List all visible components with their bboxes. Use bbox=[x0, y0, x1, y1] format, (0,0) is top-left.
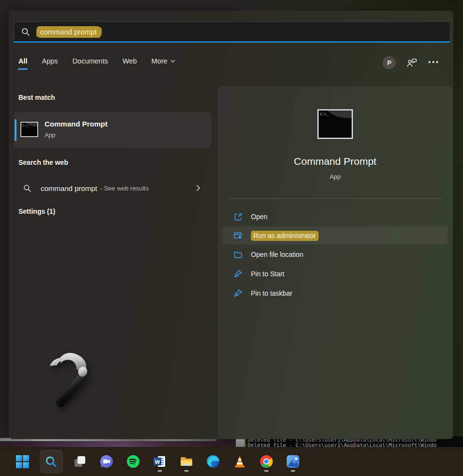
best-match-result[interactable]: C:\_ Command Prompt App bbox=[14, 112, 211, 148]
preview-subtitle: App bbox=[218, 173, 452, 180]
action-open[interactable]: Open bbox=[218, 207, 452, 226]
pin-icon bbox=[233, 270, 243, 279]
command-prompt-icon: C:\_ bbox=[20, 122, 38, 137]
chrome-icon bbox=[259, 454, 274, 469]
vlc-button[interactable] bbox=[230, 450, 249, 473]
web-result-query: command prompt bbox=[41, 184, 97, 192]
chat-icon bbox=[99, 454, 114, 469]
search-input[interactable]: command prompt bbox=[14, 21, 450, 42]
running-indicator bbox=[157, 470, 162, 472]
action-run-as-administrator[interactable]: Run as administrator bbox=[223, 226, 448, 245]
edge-icon bbox=[206, 454, 220, 469]
action-label: Open bbox=[251, 213, 267, 221]
task-view-button[interactable] bbox=[70, 450, 90, 473]
feedback-icon[interactable] bbox=[406, 58, 417, 68]
search-query-text: command prompt bbox=[36, 26, 102, 38]
search-icon bbox=[45, 455, 58, 468]
chrome-button[interactable] bbox=[257, 450, 276, 473]
start-button[interactable] bbox=[13, 450, 32, 473]
web-search-result[interactable]: command prompt - See web results bbox=[14, 177, 211, 199]
admin-shield-icon bbox=[233, 231, 243, 240]
best-match-title: Command Prompt bbox=[45, 120, 108, 128]
action-label: Open file location bbox=[251, 251, 303, 258]
action-label: Pin to taskbar bbox=[251, 289, 293, 297]
photos-icon bbox=[286, 454, 300, 469]
hammer-cursor-graphic bbox=[41, 347, 101, 407]
settings-header: Settings (1) bbox=[18, 207, 55, 215]
search-button[interactable] bbox=[40, 450, 63, 473]
selection-accent-bar bbox=[15, 119, 16, 141]
tab-all[interactable]: All bbox=[18, 57, 28, 70]
windows-logo-icon bbox=[16, 455, 29, 468]
spotify-icon bbox=[126, 454, 140, 469]
pin-icon bbox=[233, 289, 243, 298]
spotify-button[interactable] bbox=[123, 450, 143, 473]
folder-icon bbox=[233, 250, 243, 259]
tab-web[interactable]: Web bbox=[123, 57, 137, 70]
running-indicator bbox=[184, 470, 188, 472]
search-the-web-header: Search the web bbox=[18, 159, 68, 166]
user-avatar[interactable]: P bbox=[383, 56, 396, 69]
action-pin-to-start[interactable]: Pin to Start bbox=[218, 264, 452, 284]
chevron-right-icon bbox=[196, 185, 201, 191]
search-filter-tabs: All Apps Documents Web More bbox=[18, 57, 175, 70]
tab-more[interactable]: More bbox=[152, 57, 175, 70]
more-options-icon[interactable]: ••• bbox=[428, 58, 440, 67]
edge-button[interactable] bbox=[203, 450, 223, 473]
chat-button[interactable] bbox=[97, 450, 116, 473]
svg-text:W: W bbox=[154, 459, 160, 465]
search-icon bbox=[23, 184, 31, 192]
chevron-down-icon bbox=[170, 60, 175, 63]
action-open-file-location[interactable]: Open file location bbox=[218, 245, 452, 264]
photos-button[interactable] bbox=[283, 450, 303, 473]
preview-title: Command Prompt bbox=[218, 156, 452, 167]
action-pin-to-taskbar[interactable]: Pin to taskbar bbox=[218, 284, 452, 303]
tab-documents[interactable]: Documents bbox=[73, 57, 108, 70]
running-indicator bbox=[291, 470, 295, 472]
action-list: Open Run as administrator Open file loca… bbox=[218, 207, 452, 303]
search-focus-underline bbox=[14, 41, 450, 43]
tab-apps[interactable]: Apps bbox=[42, 57, 58, 70]
vlc-icon bbox=[232, 454, 247, 469]
action-label: Run as administrator bbox=[251, 232, 319, 239]
word-icon: W bbox=[153, 454, 167, 469]
running-indicator bbox=[264, 470, 268, 472]
taskbar: W bbox=[0, 447, 463, 476]
file-explorer-icon bbox=[179, 454, 194, 469]
action-label: Pin to Start bbox=[251, 270, 284, 278]
best-match-header: Best match bbox=[18, 94, 55, 101]
result-preview-pane: C:\_ Command Prompt App Open Run as admi… bbox=[218, 86, 452, 439]
file-explorer-button[interactable] bbox=[177, 450, 196, 473]
word-button[interactable]: W bbox=[150, 450, 170, 473]
task-view-icon bbox=[73, 455, 87, 468]
web-result-suffix: - See web results bbox=[100, 185, 149, 192]
best-match-subtitle: App bbox=[45, 132, 55, 139]
search-icon bbox=[21, 28, 30, 36]
divider bbox=[228, 198, 443, 199]
command-prompt-icon-large: C:\_ bbox=[317, 109, 353, 139]
open-external-icon bbox=[233, 212, 243, 222]
